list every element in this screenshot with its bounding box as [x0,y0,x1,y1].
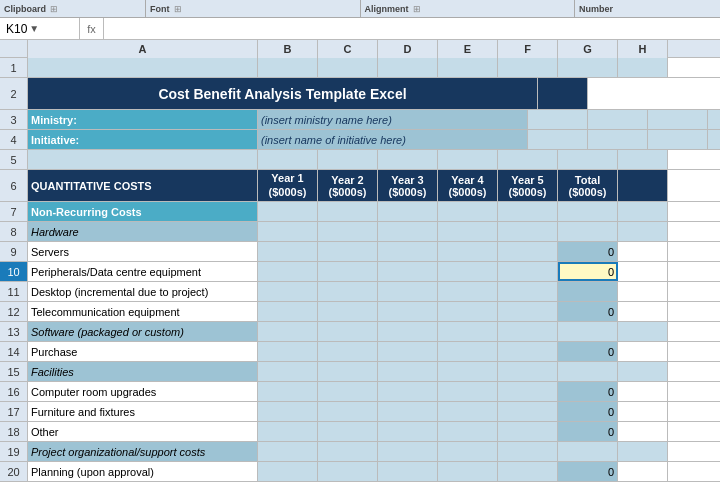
cell-h3[interactable] [708,110,720,129]
cell-f18[interactable] [498,422,558,441]
cell-c16[interactable] [318,382,378,401]
cell-g13[interactable] [558,322,618,341]
cell-servers[interactable]: Servers [28,242,258,261]
cell-h7[interactable] [618,202,668,221]
cell-b19[interactable] [258,442,318,461]
cell-h2[interactable] [538,78,588,109]
cell-year5-header[interactable]: Year 5 ($000s) [498,170,558,201]
cell-g5[interactable] [558,150,618,169]
cell-h14[interactable] [618,342,668,361]
cell-ref-dropdown[interactable]: ▼ [27,23,41,34]
cell-e12[interactable] [438,302,498,321]
cell-h1[interactable] [618,58,668,77]
cell-c17[interactable] [318,402,378,421]
cell-h4[interactable] [708,130,720,149]
cell-g14[interactable]: 0 [558,342,618,361]
cell-c8[interactable] [318,222,378,241]
cell-e20[interactable] [438,462,498,481]
cell-h15[interactable] [618,362,668,381]
cell-f20[interactable] [498,462,558,481]
cell-desktop[interactable]: Desktop (incremental due to project) [28,282,258,301]
cell-initiative-label[interactable]: Initiative: [28,130,258,149]
cell-c15[interactable] [318,362,378,381]
cell-b9[interactable] [258,242,318,261]
col-header-b[interactable]: B [258,40,318,58]
cell-c5[interactable] [318,150,378,169]
cell-e17[interactable] [438,402,498,421]
cell-g3[interactable] [648,110,708,129]
cell-h8[interactable] [618,222,668,241]
cell-c12[interactable] [318,302,378,321]
cell-c9[interactable] [318,242,378,261]
cell-g16[interactable]: 0 [558,382,618,401]
cell-a1[interactable] [28,58,258,77]
cell-ministry-value[interactable]: (insert ministry name here) [258,110,528,129]
cell-quantitative-costs[interactable]: QUANTITATIVE COSTS [28,170,258,201]
cell-h20[interactable] [618,462,668,481]
cell-g1[interactable] [558,58,618,77]
cell-e1[interactable] [438,58,498,77]
cell-f14[interactable] [498,342,558,361]
cell-g7[interactable] [558,202,618,221]
cell-initiative-value[interactable]: (insert name of initiative here) [258,130,528,149]
cell-e11[interactable] [438,282,498,301]
formula-icon[interactable]: fx [80,18,104,40]
cell-ministry-label[interactable]: Ministry: [28,110,258,129]
cell-h6[interactable] [618,170,668,201]
cell-f13[interactable] [498,322,558,341]
cell-g12[interactable]: 0 [558,302,618,321]
col-header-a[interactable]: A [28,40,258,58]
cell-c14[interactable] [318,342,378,361]
cell-e8[interactable] [438,222,498,241]
cell-a5[interactable] [28,150,258,169]
cell-c7[interactable] [318,202,378,221]
cell-h10[interactable] [618,262,668,281]
cell-other[interactable]: Other [28,422,258,441]
cell-c19[interactable] [318,442,378,461]
cell-peripherals[interactable]: Peripherals/Data centre equipment [28,262,258,281]
cell-f4[interactable] [588,130,648,149]
cell-e19[interactable] [438,442,498,461]
cell-reference[interactable]: K10 ▼ [0,18,80,40]
cell-purchase[interactable]: Purchase [28,342,258,361]
cell-year2-header[interactable]: Year 2 ($000s) [318,170,378,201]
cell-f16[interactable] [498,382,558,401]
cell-b1[interactable] [258,58,318,77]
cell-e14[interactable] [438,342,498,361]
col-header-g[interactable]: G [558,40,618,58]
cell-d20[interactable] [378,462,438,481]
cell-h9[interactable] [618,242,668,261]
cell-c13[interactable] [318,322,378,341]
cell-b11[interactable] [258,282,318,301]
cell-hardware[interactable]: Hardware [28,222,258,241]
cell-b14[interactable] [258,342,318,361]
col-header-h[interactable]: H [618,40,668,58]
cell-total-header[interactable]: Total ($000s) [558,170,618,201]
cell-g20[interactable]: 0 [558,462,618,481]
cell-h16[interactable] [618,382,668,401]
cell-d15[interactable] [378,362,438,381]
cell-b10[interactable] [258,262,318,281]
cell-h19[interactable] [618,442,668,461]
cell-f7[interactable] [498,202,558,221]
cell-c10[interactable] [318,262,378,281]
col-header-f[interactable]: F [498,40,558,58]
cell-g4[interactable] [648,130,708,149]
cell-b12[interactable] [258,302,318,321]
cell-g15[interactable] [558,362,618,381]
cell-g10-selected[interactable]: 0 [558,262,618,281]
cell-d9[interactable] [378,242,438,261]
cell-year1-header[interactable]: Year 1 ($000s) [258,170,318,201]
cell-b7[interactable] [258,202,318,221]
cell-e10[interactable] [438,262,498,281]
cell-d12[interactable] [378,302,438,321]
cell-b17[interactable] [258,402,318,421]
cell-title[interactable]: Cost Benefit Analysis Template Excel [28,78,538,109]
cell-d11[interactable] [378,282,438,301]
cell-c20[interactable] [318,462,378,481]
cell-g19[interactable] [558,442,618,461]
cell-e3[interactable] [528,110,588,129]
cell-f15[interactable] [498,362,558,381]
cell-c1[interactable] [318,58,378,77]
cell-facilities[interactable]: Facilities [28,362,258,381]
